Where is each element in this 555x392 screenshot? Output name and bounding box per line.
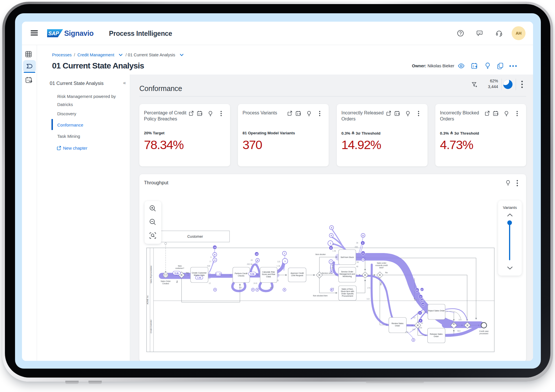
svg-text:9: 9 (210, 256, 212, 258)
svg-text:62: 62 (416, 289, 418, 291)
svg-text:Sell from Stock: Sell from Stock (341, 256, 354, 258)
svg-text:52: 52 (332, 264, 334, 266)
svg-text:11: 11 (419, 296, 422, 298)
svg-text:Sales orderexceeds creditlimit: Sales orderexceeds creditlimit? (375, 262, 388, 269)
svg-text:643: 643 (270, 287, 273, 289)
svg-text:Reject Sales Order: Reject Sales Order (428, 310, 445, 312)
svg-text:16: 16 (256, 253, 258, 255)
svg-text:8: 8 (214, 253, 215, 256)
svg-text:6: 6 (331, 234, 332, 237)
svg-text:861: 861 (239, 287, 242, 289)
svg-text:11: 11 (330, 247, 332, 249)
svg-text:Yes: Yes (186, 272, 189, 274)
svg-text:No: No (176, 280, 178, 283)
svg-text:125: 125 (330, 267, 334, 269)
svg-text:11: 11 (362, 234, 364, 237)
svg-text:1.4k: 1.4k (197, 277, 201, 279)
svg-text:8: 8 (331, 226, 332, 229)
svg-text:6: 6 (257, 259, 258, 262)
svg-text:Yes: Yes (380, 282, 382, 285)
svg-text:266: 266 (414, 299, 417, 301)
svg-text:1: 1 (330, 242, 331, 245)
svg-text:Customer: Customer (187, 235, 203, 239)
svg-text:91: 91 (277, 279, 279, 281)
svg-text:92: 92 (413, 317, 416, 319)
svg-text:438: 438 (207, 265, 210, 267)
svg-text:Item stocker: Item stocker (315, 253, 326, 255)
svg-text:283.9k: 283.9k (247, 263, 253, 265)
svg-text:No: No (385, 272, 388, 274)
svg-text:1: 1 (284, 260, 286, 263)
svg-text:113: 113 (367, 298, 370, 300)
svg-text:36: 36 (356, 242, 358, 244)
svg-text:48: 48 (356, 265, 358, 267)
svg-text:298: 298 (419, 327, 422, 329)
svg-text:Approve CreditLimit Request: Approve CreditLimit Request (291, 272, 304, 277)
svg-text:13: 13 (214, 246, 216, 249)
svg-text:6: 6 (362, 242, 363, 244)
svg-text:164: 164 (412, 328, 415, 330)
svg-text:ACME Inc: ACME Inc (147, 295, 149, 304)
svg-text:SAP: SAP (48, 31, 59, 36)
svg-text:10: 10 (422, 303, 424, 306)
svg-text:9: 9 (419, 312, 421, 314)
svg-text:Sales Representative: Sales Representative (150, 265, 152, 283)
svg-text:1.9k: 1.9k (332, 250, 336, 252)
svg-text:176: 176 (367, 287, 370, 289)
svg-text:49: 49 (251, 259, 253, 261)
svg-text:Sales OrderCreated: Sales OrderCreated (161, 280, 171, 285)
svg-text:24.8: 24.8 (254, 282, 257, 284)
svg-text:Non-stocked item: Non-stocked item (313, 295, 328, 297)
svg-text:7: 7 (330, 261, 332, 263)
svg-text:563: 563 (457, 330, 460, 332)
svg-text:Sales of Non-Stock Item withOr: Sales of Non-Stock Item withOrder Specif… (341, 288, 354, 297)
svg-text:Newcustomer?: Newcustomer? (175, 265, 184, 269)
svg-text:17: 17 (421, 288, 423, 291)
svg-text:1.3k: 1.3k (277, 265, 280, 267)
svg-text:7: 7 (284, 252, 285, 255)
svg-text:16: 16 (421, 299, 423, 302)
svg-text:77: 77 (209, 261, 212, 263)
svg-text:Credit caseprocessed: Credit caseprocessed (479, 330, 489, 335)
svg-text:108: 108 (405, 331, 408, 333)
svg-text:5: 5 (420, 319, 421, 322)
svg-text:36: 36 (357, 261, 359, 263)
svg-text:165: 165 (458, 319, 462, 321)
svg-text:5.4k: 5.4k (175, 272, 179, 274)
svg-text:1→1k: 1→1k (216, 273, 222, 275)
svg-text:5.0k: 5.0k (250, 273, 255, 275)
svg-text:12: 12 (362, 252, 364, 254)
svg-text:115: 115 (277, 261, 280, 263)
svg-text:266: 266 (355, 246, 358, 248)
svg-text:12: 12 (209, 282, 211, 284)
svg-text:Credit Controller: Credit Controller (150, 319, 152, 333)
